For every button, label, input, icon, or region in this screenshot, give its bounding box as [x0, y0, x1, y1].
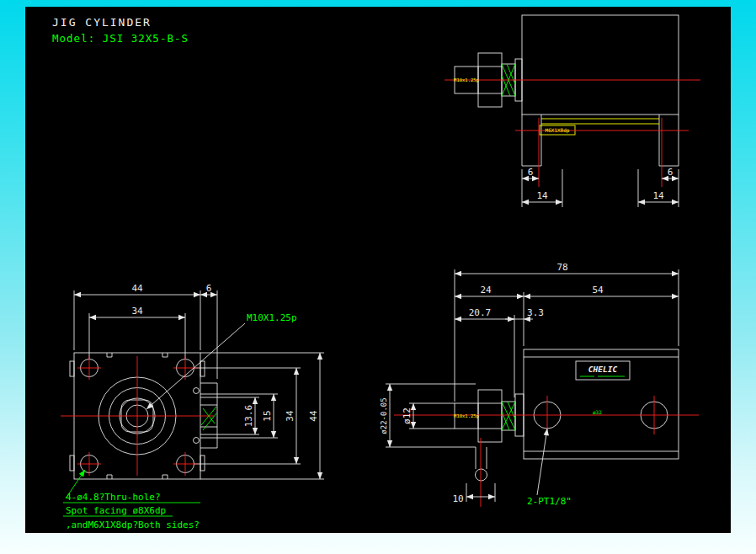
model-label: Model: JSI 32X5-B-S — [52, 32, 189, 45]
cad-canvas: JIG CYLINDER Model: JSI 32X5-B-S — [0, 0, 756, 554]
dim-20-7: 20.7 — [469, 307, 492, 318]
rod-thread-label-side: M10x1.25p — [454, 413, 479, 419]
port-label: 2-PT1/8" — [527, 496, 572, 507]
dim-24: 24 — [480, 285, 492, 296]
dim-34-right: 34 — [285, 410, 295, 422]
dim-pilot-diameter: ø22-0.05 — [380, 397, 388, 434]
dim-6-left: 6 — [528, 167, 534, 178]
dim-13-6: 13.6 — [243, 405, 254, 428]
dim-6-plate: 6 — [206, 283, 212, 294]
dim-rod-diameter: ø12 — [402, 408, 413, 424]
rod-thread-label-top: M10x1.25p — [454, 77, 479, 83]
dim-54: 54 — [592, 285, 604, 296]
dim-14-left: 14 — [536, 190, 548, 201]
note-line-1: 4-ø4.8?Thru-hole? — [66, 492, 161, 503]
note-line-2: Spot facing ø8X6dp — [66, 505, 166, 516]
dim-14-right: 14 — [652, 190, 664, 201]
dim-10: 10 — [452, 493, 463, 504]
thread-label: M10X1.25p — [247, 312, 297, 323]
bore-label: ø32 — [593, 409, 602, 415]
dim-3-3: 3.3 — [527, 307, 544, 318]
dim-6-right: 6 — [668, 167, 673, 178]
dim-44-top: 44 — [131, 283, 143, 294]
dim-34-top: 34 — [131, 306, 143, 317]
drawing-title: JIG CYLINDER — [52, 16, 152, 29]
dim-78: 78 — [556, 262, 567, 273]
groove-thread-label: M6X1X8dp — [546, 127, 570, 134]
dim-44-right: 44 — [308, 410, 319, 422]
note-line-3: ,andM6X1X8dp?Both sides? — [66, 519, 200, 530]
cad-window: JIG CYLINDER Model: JSI 32X5-B-S — [0, 0, 756, 554]
dim-15: 15 — [262, 410, 273, 421]
brand-logo: CHELIC — [588, 365, 618, 374]
